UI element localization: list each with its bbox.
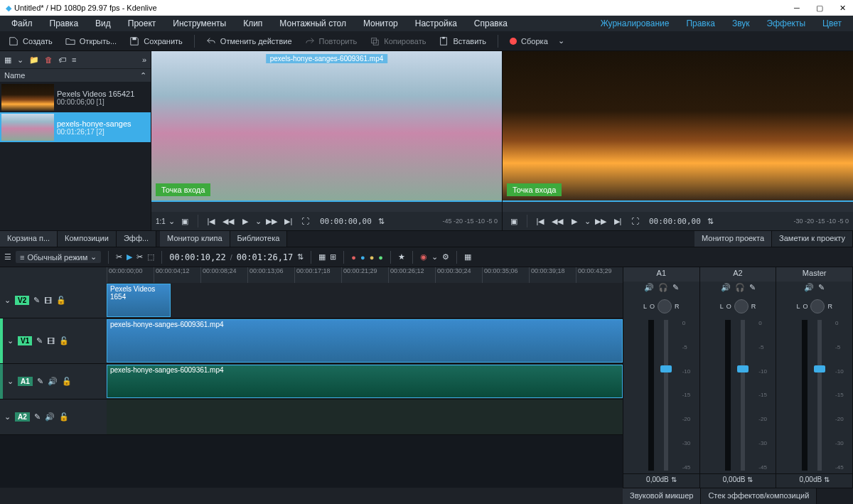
chevron-down-icon[interactable]: ⌄ [7,377,14,386]
zone-in-icon[interactable]: ▣ [507,214,521,228]
chevron-down-icon[interactable]: ⌄ [431,252,438,262]
crop-icon[interactable]: ⛶ [299,214,313,228]
timeline-ruler[interactable]: 00:00:00;0000:00:04;1200:00:08;2400:00:1… [0,267,623,283]
forward-icon[interactable]: ▶▶ [264,214,279,228]
track-content-v1[interactable]: pexels-honye-sanges-6009361.mp4 [107,318,623,363]
folder-icon[interactable]: 📁 [29,55,39,65]
fx-icon[interactable]: ✎ [749,283,756,294]
track-content-a1[interactable]: pexels-honye-sanges-6009361.mp4 [107,364,623,399]
menu-item[interactable]: Справка [467,17,515,30]
close-button[interactable]: ✕ [837,3,847,13]
pan-control[interactable]: L O R [623,296,699,317]
dock-tab[interactable]: Звуковой микшер [623,488,701,504]
tool-razor-icon[interactable]: ✂ [136,252,143,262]
menu-item[interactable]: Вид [88,17,118,30]
timeline-clip[interactable]: Pexels Videos 1654 [107,284,171,317]
color-dot-icon[interactable]: ● [378,253,383,262]
film-icon[interactable]: 🎞 [47,337,55,345]
pan-knob-icon[interactable] [734,299,749,313]
minimize-button[interactable]: ─ [792,3,802,13]
dock-tab[interactable]: Монитор проекта [694,231,772,247]
view-mode-icon[interactable]: ▦ [4,55,11,65]
edit-icon[interactable]: ✎ [37,377,43,386]
edit-icon[interactable]: ✎ [33,296,40,305]
menu-item[interactable]: Файл [4,17,40,30]
redo-button[interactable]: Повторить [301,35,362,48]
tool-spacer-icon[interactable]: ⬚ [147,252,154,262]
edit-icon[interactable]: ✎ [34,412,41,422]
layout-item[interactable]: Журналирование [594,17,677,30]
track-menu-icon[interactable]: ☰ [4,252,11,262]
pan-control[interactable]: L O R [776,296,852,317]
volume-fader[interactable] [817,320,822,471]
fx-icon[interactable]: ✎ [818,283,825,294]
pan-knob-icon[interactable] [810,299,825,313]
clip-timecode[interactable]: 00:00:00,00 [320,217,372,226]
copy-button[interactable]: Копировать [365,35,430,48]
ratio-button[interactable]: 1:1 [156,214,166,228]
settings-icon[interactable]: ⚙ [442,252,449,262]
tag-icon[interactable]: 🏷 [58,55,66,64]
track-header-a1[interactable]: ⌄ A1 ✎ 🔊 🔓 [0,364,107,399]
mute-icon[interactable]: 🔊 [644,283,654,294]
volume-fader[interactable] [741,320,745,471]
fx-icon[interactable]: ✎ [672,283,679,294]
save-button[interactable]: Сохранить [125,35,187,48]
edit-mode-selector[interactable]: ≡ Обычный режим ⌄ [16,251,101,263]
chevron-down-icon[interactable]: ⌄ [255,217,262,226]
color-dot-icon[interactable]: ● [370,253,375,262]
bin-clip[interactable]: Pexels Videos 16542100:00:06;00 [1] [0,82,151,112]
chevron-down-icon[interactable]: ⌄ [168,217,175,226]
chevron-down-icon[interactable]: ⌄ [4,412,11,422]
crop-icon[interactable]: ⛶ [628,214,642,228]
maximize-button[interactable]: ▢ [815,3,825,13]
solo-icon[interactable]: 🎧 [735,283,745,294]
render-button[interactable]: Сборка⌄ [505,35,569,47]
forward-icon[interactable]: ▶▶ [594,214,608,228]
timeline-position[interactable]: 00:00:10,22 [169,252,225,262]
skip-start-icon[interactable]: |◀ [204,214,218,228]
skip-end-icon[interactable]: ▶| [611,214,625,228]
clip-monitor-video[interactable]: pexels-honye-sanges-6009361.mp4 Точка вх… [151,51,502,200]
rewind-icon[interactable]: ◀◀ [550,214,564,228]
lock-icon[interactable]: 🔓 [59,412,69,422]
volume-fader[interactable] [664,320,668,471]
color-dot-icon[interactable]: ● [360,253,365,262]
chevron-down-icon[interactable]: ⌄ [584,217,591,226]
tool-select-icon[interactable]: ▶ [127,252,132,262]
dock-tab[interactable]: Эфф... [117,231,156,247]
lock-icon[interactable]: 🔓 [62,377,72,386]
pan-knob-icon[interactable] [658,299,672,313]
tool-scissors-icon[interactable]: ✂ [116,252,122,262]
bin-header[interactable]: Name ⌃ [0,68,151,82]
lock-icon[interactable]: 🔓 [56,296,66,305]
menu-item[interactable]: Настройка [408,17,464,30]
play-icon[interactable]: ▶ [567,214,581,228]
chevron-down-icon[interactable]: ⌄ [4,296,11,305]
menu-item[interactable]: Монтажный стол [272,17,353,30]
timeline-clip[interactable]: pexels-honye-sanges-6009361.mp4 [107,319,623,363]
skip-start-icon[interactable]: |◀ [533,214,547,228]
solo-icon[interactable]: 🎧 [658,283,668,294]
menu-item[interactable]: Монитор [356,17,405,30]
dock-tab[interactable]: Композиции [58,231,117,247]
bin-clip[interactable]: pexels-honye-sanges00:01:26;17 [2] [0,112,151,142]
color-dot-icon[interactable]: ● [351,253,356,262]
stepper-icon[interactable]: ⇅ [297,252,304,262]
play-icon[interactable]: ▶ [238,214,252,228]
favorite-icon[interactable]: ★ [398,252,405,262]
menu-item[interactable]: Проект [121,17,163,30]
dock-tab[interactable]: Библиотека [230,231,288,247]
track-header-a2[interactable]: ⌄ A2 ✎ 🔊 🔓 [0,400,107,434]
delete-icon[interactable]: 🗑 [45,55,53,64]
expand-icon[interactable]: » [142,55,146,64]
layout-item[interactable]: Правка [679,17,722,30]
insert-icon[interactable]: ⊞ [330,252,336,262]
track-content-v2[interactable]: Pexels Videos 1654 [107,283,623,318]
paste-button[interactable]: Вставить [434,35,490,48]
db-value[interactable]: 0,00dB ⇅ [776,473,852,488]
lock-icon[interactable]: 🔓 [59,336,69,345]
film-icon[interactable]: 🎞 [44,296,52,305]
db-value[interactable]: 0,00dB ⇅ [700,473,776,488]
menu-item[interactable]: Правка [43,17,86,30]
